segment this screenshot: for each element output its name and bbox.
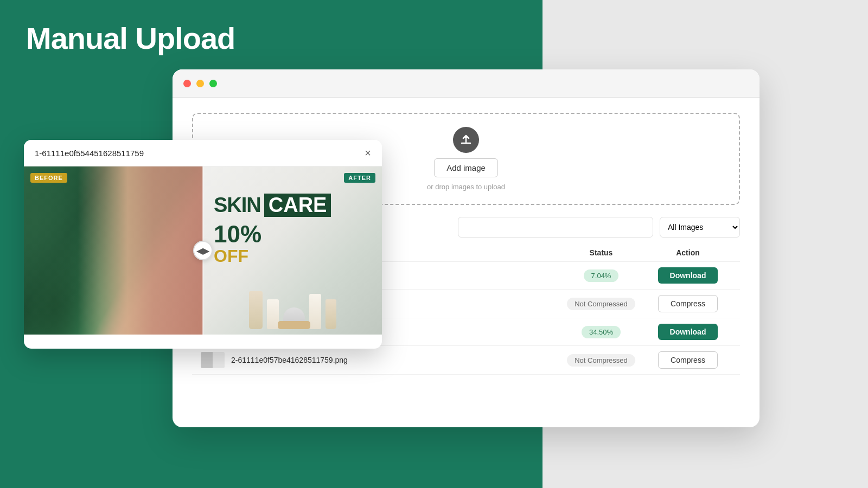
preview-modal: 1-61111e0f554451628511759 × BEFORE AFTER…	[24, 140, 382, 349]
product-candle	[267, 299, 279, 329]
row-action-4[interactable]: Compress	[644, 351, 731, 369]
download-button-3[interactable]: Download	[658, 324, 718, 340]
col-header-status: Status	[558, 248, 644, 257]
products-area	[208, 264, 376, 329]
product-bottle-2	[326, 299, 336, 329]
status-badge-1: 7.04%	[584, 269, 619, 282]
product-candle-2	[309, 294, 321, 329]
compress-button-2[interactable]: Compress	[658, 295, 718, 312]
search-input[interactable]	[458, 217, 653, 237]
status-badge-2: Not Compressed	[567, 298, 635, 310]
product-bottle	[249, 291, 263, 329]
after-label: AFTER	[344, 173, 375, 183]
row-status-3: 34.50%	[558, 326, 644, 338]
download-button-1[interactable]: Download	[658, 267, 718, 284]
modal-header: 1-61111e0f554451628511759 ×	[24, 140, 382, 166]
skincare-text: SKIN CARE 10% OFF	[208, 183, 382, 266]
page-title: Manual Upload	[26, 21, 235, 56]
handle-arrows-icon: ◀▶	[196, 246, 209, 256]
row-action-1[interactable]: Download	[644, 267, 731, 284]
image-compare: BEFORE AFTER SKIN CARE 10% OFF	[24, 166, 382, 335]
modal-close-button[interactable]: ×	[365, 147, 371, 158]
add-image-button[interactable]: Add image	[434, 158, 498, 177]
before-panel: BEFORE	[24, 166, 203, 335]
drop-text: or drop images to upload	[427, 183, 505, 191]
window-close-dot[interactable]	[183, 80, 191, 87]
row-filename-4: 2-61111e0f57be41628511759.png	[201, 352, 558, 368]
row-status-2: Not Compressed	[558, 298, 644, 310]
title-bar	[173, 69, 760, 98]
upload-icon	[453, 127, 479, 153]
discount-text: 10%	[214, 222, 382, 246]
table-row: 2-61111e0f57be41628511759.png Not Compre…	[192, 346, 740, 375]
thumbnail-4	[201, 352, 225, 368]
col-header-action: Action	[644, 248, 731, 257]
before-label: BEFORE	[30, 173, 67, 183]
after-panel: AFTER SKIN CARE 10% OFF	[203, 166, 382, 335]
product-board	[278, 321, 310, 329]
off-text: OFF	[214, 246, 382, 266]
compress-button-4[interactable]: Compress	[658, 351, 718, 369]
skin-word: SKIN	[214, 194, 261, 217]
modal-title: 1-61111e0f554451628511759	[35, 149, 144, 158]
row-action-2[interactable]: Compress	[644, 295, 731, 312]
status-badge-4: Not Compressed	[567, 354, 635, 367]
row-status-4: Not Compressed	[558, 354, 644, 367]
filter-select[interactable]: All Images Compressed Not Compressed	[660, 217, 740, 237]
status-badge-3: 34.50%	[582, 326, 621, 338]
care-box: CARE	[264, 194, 331, 217]
compare-handle[interactable]: ◀▶	[193, 241, 213, 260]
row-action-3[interactable]: Download	[644, 324, 731, 340]
row-status-1: 7.04%	[558, 269, 644, 282]
window-maximize-dot[interactable]	[209, 80, 217, 87]
window-minimize-dot[interactable]	[196, 80, 204, 87]
face-overlay	[78, 166, 203, 335]
